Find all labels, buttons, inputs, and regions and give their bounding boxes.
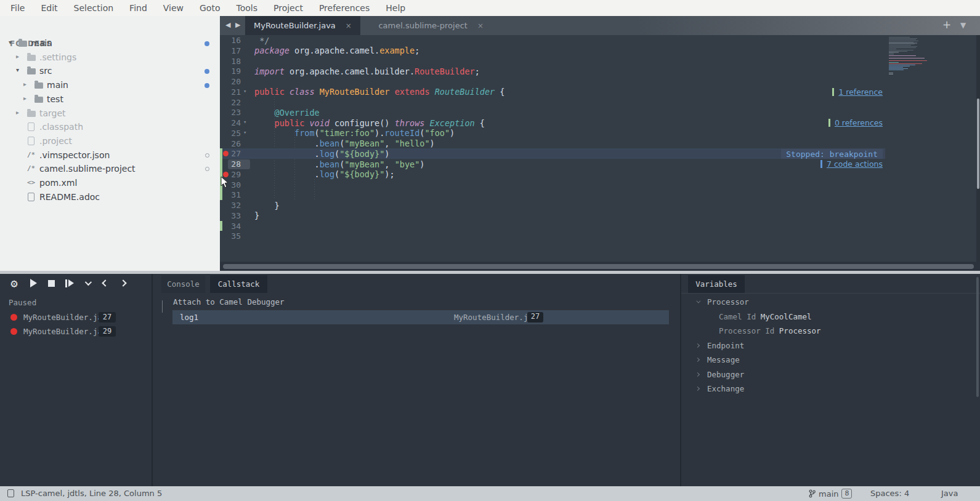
chevron-right-icon[interactable] bbox=[695, 343, 700, 347]
code-line-30[interactable]: 30 bbox=[220, 180, 980, 190]
menu-edit[interactable]: Edit bbox=[33, 0, 65, 16]
variable-group-processor[interactable]: Processor bbox=[681, 295, 980, 310]
stop-icon[interactable] bbox=[43, 275, 59, 291]
sidebar-item--project[interactable]: .project bbox=[0, 134, 220, 148]
menu-selection[interactable]: Selection bbox=[66, 0, 122, 16]
menu-preferences[interactable]: Preferences bbox=[311, 0, 378, 16]
chevron-down-icon[interactable] bbox=[696, 299, 700, 303]
sidebar-item-main[interactable]: ▾main bbox=[0, 36, 220, 50]
lsp-annotation-link[interactable]: 1 reference bbox=[832, 87, 883, 97]
editor-vertical-scrollbar[interactable] bbox=[976, 35, 980, 262]
menu-file[interactable]: File bbox=[2, 0, 33, 16]
fold-arrow-icon[interactable]: ▾ bbox=[243, 88, 246, 94]
sidebar-item--vimspector-json[interactable]: /*.vimspector.json bbox=[0, 148, 220, 162]
sidebar-item-pom-xml[interactable]: <>pom.xml bbox=[0, 176, 220, 190]
menu-goto[interactable]: Goto bbox=[192, 0, 228, 16]
code-line-29[interactable]: 29 .log("${body}"); bbox=[220, 169, 980, 180]
code-line-22[interactable]: 22 bbox=[220, 97, 980, 108]
variable-group-debugger[interactable]: Debugger bbox=[681, 368, 980, 382]
menu-help[interactable]: Help bbox=[378, 0, 413, 16]
breakpoint-list-item[interactable]: MyRouteBuilder.java27 bbox=[0, 311, 152, 324]
variable-group-exchange[interactable]: Exchange bbox=[681, 382, 980, 396]
code-line-23[interactable]: 23 @Override bbox=[220, 107, 980, 118]
scrollbar-thumb[interactable] bbox=[223, 264, 974, 269]
chevron-collapsed-icon[interactable]: ▸ bbox=[16, 109, 19, 116]
code-line-18[interactable]: 18 bbox=[220, 56, 980, 66]
gear-icon[interactable]: ⚙ bbox=[6, 275, 22, 291]
status-language[interactable]: Java bbox=[941, 489, 958, 498]
code-line-16[interactable]: 16 */ bbox=[220, 35, 980, 46]
menu-project[interactable]: Project bbox=[265, 0, 311, 16]
chevron-right-icon[interactable] bbox=[695, 372, 700, 376]
tab-myroutebuilder-java[interactable]: MyRouteBuilder.java× bbox=[245, 16, 360, 35]
callstack-thread[interactable]: Attach to Camel Debugger bbox=[173, 297, 285, 307]
tab-callstack[interactable]: Callstack bbox=[210, 275, 267, 293]
chevron-left-icon[interactable] bbox=[97, 275, 113, 291]
status-square-icon[interactable] bbox=[7, 489, 14, 497]
variable-item[interactable]: Camel Id MyCoolCamel bbox=[681, 310, 980, 324]
tab-console[interactable]: Console bbox=[161, 275, 205, 293]
lsp-annotation-link[interactable]: 0 references bbox=[828, 118, 883, 127]
chevron-right-icon[interactable] bbox=[115, 275, 131, 291]
step-icon[interactable] bbox=[62, 275, 78, 291]
code-line-35[interactable]: 35 bbox=[220, 231, 980, 241]
code-line-17[interactable]: 17package org.apache.camel.example; bbox=[220, 46, 980, 56]
chevron-collapsed-icon[interactable]: ▸ bbox=[16, 53, 19, 60]
sidebar-item-readme-adoc[interactable]: README.adoc bbox=[0, 190, 220, 204]
code-line-32[interactable]: 32 } bbox=[220, 200, 980, 210]
minimap[interactable] bbox=[885, 37, 932, 222]
sidebar-item-camel-sublime-project[interactable]: /*camel.sublime-project bbox=[0, 162, 220, 176]
chevron-right-icon[interactable] bbox=[695, 358, 700, 362]
menu-view[interactable]: View bbox=[155, 0, 192, 16]
variable-group-endpoint[interactable]: Endpoint bbox=[681, 339, 980, 353]
line-number: 21 bbox=[225, 87, 241, 97]
sidebar-item-src[interactable]: ▾src bbox=[0, 64, 220, 78]
git-branch-indicator[interactable]: main 8 bbox=[809, 489, 852, 499]
chevron-right-icon[interactable] bbox=[695, 387, 700, 391]
code-line-26[interactable]: 26 .bean("myBean", "hello") bbox=[220, 138, 980, 149]
code-editor[interactable]: 16 */17package org.apache.camel.example;… bbox=[220, 35, 980, 262]
sidebar-item--classpath[interactable]: .classpath bbox=[0, 120, 220, 134]
sidebar-item-main[interactable]: ▸main bbox=[0, 78, 220, 92]
chevron-down-icon[interactable] bbox=[79, 275, 95, 291]
sidebar-item-target[interactable]: ▸target bbox=[0, 106, 220, 121]
chevron-down-icon[interactable] bbox=[162, 300, 163, 312]
variable-item[interactable]: Processor Id Processor bbox=[681, 324, 980, 339]
breakpoint-list-item[interactable]: MyRouteBuilder.java29 bbox=[0, 325, 152, 339]
editor-horizontal-scrollbar[interactable] bbox=[220, 262, 980, 271]
tab-variables[interactable]: Variables bbox=[688, 275, 745, 293]
tab-scroll-right-icon[interactable]: ▶ bbox=[235, 21, 240, 29]
code-line-20[interactable]: 20 bbox=[220, 76, 980, 87]
chevron-collapsed-icon[interactable]: ▸ bbox=[23, 95, 26, 102]
scrollbar-thumb[interactable] bbox=[977, 98, 979, 189]
chevron-expanded-icon[interactable]: ▾ bbox=[9, 39, 12, 46]
play-icon[interactable] bbox=[25, 275, 41, 291]
callstack-frame-row[interactable]: log1 MyRouteBuilder.java 27 bbox=[172, 310, 669, 324]
fold-arrow-icon[interactable]: ▾ bbox=[243, 129, 246, 135]
code-line-31[interactable]: 31 bbox=[220, 190, 980, 200]
close-icon[interactable]: × bbox=[346, 22, 352, 30]
sidebar-item-test[interactable]: ▸test bbox=[0, 92, 220, 106]
breakpoint-line-badge: 29 bbox=[99, 326, 116, 337]
code-line-33[interactable]: 33} bbox=[220, 210, 980, 221]
line-number: 31 bbox=[225, 190, 241, 199]
menu-find[interactable]: Find bbox=[121, 0, 155, 16]
code-line-19[interactable]: 19import org.apache.camel.builder.RouteB… bbox=[220, 66, 980, 76]
tab-camel-sublime-project[interactable]: camel.sublime-project× bbox=[370, 16, 492, 35]
menu-tools[interactable]: Tools bbox=[228, 0, 265, 16]
chevron-expanded-icon[interactable]: ▾ bbox=[16, 66, 19, 73]
tab-scroll-left-icon[interactable]: ◀ bbox=[225, 21, 230, 29]
chevron-collapsed-icon[interactable]: ▸ bbox=[23, 81, 26, 87]
sidebar-item--settings[interactable]: ▸.settings bbox=[0, 50, 220, 65]
code-line-25[interactable]: 25▾ from("timer:foo").routeId("foo") bbox=[220, 128, 980, 138]
variable-group-message[interactable]: Message bbox=[681, 353, 980, 367]
code-line-34[interactable]: 34 bbox=[220, 221, 980, 231]
fold-arrow-icon[interactable]: ▾ bbox=[243, 119, 246, 125]
close-icon[interactable]: × bbox=[477, 22, 484, 30]
tab-overflow-icon[interactable]: ▼ bbox=[960, 21, 966, 30]
lsp-annotation-link[interactable]: 7 code actions bbox=[820, 159, 883, 169]
new-tab-icon[interactable]: + bbox=[942, 18, 951, 31]
variables-scrollbar[interactable] bbox=[976, 277, 979, 397]
folder-icon bbox=[27, 111, 36, 117]
status-spaces[interactable]: Spaces: 4 bbox=[870, 489, 909, 498]
